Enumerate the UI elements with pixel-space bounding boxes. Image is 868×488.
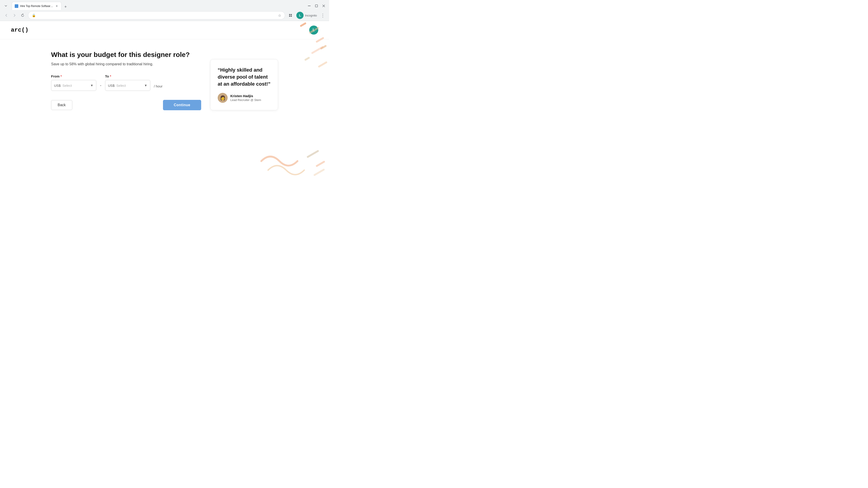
from-required-star: *: [61, 74, 62, 78]
button-row: Back Continue: [51, 100, 201, 110]
from-select-wrapper[interactable]: US$ Select ▼: [51, 80, 96, 91]
author-avatar: 👩: [218, 93, 228, 103]
svg-rect-13: [304, 57, 310, 61]
svg-rect-6: [289, 15, 290, 17]
budget-form: From * US$ Select ▼ -: [51, 74, 201, 91]
to-dropdown-arrow: ▼: [144, 84, 147, 87]
tab-title: Hire Top Remote Software Dev...: [20, 4, 53, 8]
svg-rect-4: [289, 14, 290, 15]
site-header: arc() L: [0, 21, 329, 39]
svg-rect-15: [307, 150, 319, 158]
testimonial-author: 👩 Kristen Hadjis Lead Recruiter @ Stem: [218, 93, 271, 103]
page-content: arc() L What is your budget for this des…: [0, 21, 329, 195]
user-avatar[interactable]: L: [309, 26, 318, 35]
back-nav-button[interactable]: [3, 12, 10, 19]
minimize-button[interactable]: [307, 3, 312, 8]
svg-rect-16: [315, 161, 325, 167]
svg-rect-1: [315, 5, 318, 7]
site-logo[interactable]: arc(): [11, 27, 29, 33]
tab-dropdown-button[interactable]: [3, 3, 9, 9]
per-hour-label: / hour: [154, 84, 162, 91]
from-dropdown-arrow: ▼: [90, 84, 93, 87]
range-separator: -: [100, 83, 101, 90]
page-heading: What is your budget for this designer ro…: [51, 50, 201, 59]
svg-rect-14: [318, 61, 328, 68]
browser-tabs: Hire Top Remote Software Dev... ✕ +: [12, 2, 69, 10]
back-button[interactable]: Back: [51, 100, 72, 110]
main-content: What is your budget for this designer ro…: [40, 39, 289, 121]
profile-button[interactable]: L: [296, 12, 304, 19]
tab-close-button[interactable]: ✕: [55, 4, 59, 8]
author-title: Lead Recruiter @ Stem: [230, 98, 261, 102]
from-field: From * US$ Select ▼: [51, 74, 96, 91]
testimonial-quote: “Highly skilled and diverse pool of tale…: [218, 67, 271, 88]
browser-titlebar: Hire Top Remote Software Dev... ✕ +: [0, 0, 329, 10]
author-info: Kristen Hadjis Lead Recruiter @ Stem: [230, 94, 261, 102]
tab-favicon: [15, 4, 18, 8]
url-input[interactable]: arc.dev/get-started/designer?step=budget…: [37, 13, 276, 17]
browser-menu-button[interactable]: ⋮: [319, 12, 327, 19]
window-controls: [307, 3, 327, 8]
active-tab[interactable]: Hire Top Remote Software Dev... ✕: [12, 2, 61, 10]
incognito-label: Incognito: [305, 14, 317, 17]
budget-row: From * US$ Select ▼ -: [51, 74, 201, 91]
browser-toolbar: 🔒 arc.dev/get-started/designer?step=budg…: [0, 10, 329, 21]
svg-rect-17: [313, 168, 325, 176]
new-tab-button[interactable]: +: [62, 4, 69, 10]
to-required-star: *: [110, 74, 111, 78]
form-section: What is your budget for this designer ro…: [51, 50, 201, 110]
to-select-wrapper[interactable]: US$ Select ▼: [105, 80, 150, 91]
from-currency-label: US$: [54, 84, 61, 88]
lock-icon: 🔒: [32, 13, 36, 17]
address-bar[interactable]: 🔒 arc.dev/get-started/designer?step=budg…: [28, 11, 285, 20]
extensions-button[interactable]: [287, 12, 294, 19]
toolbar-actions: L Incognito ⋮: [287, 12, 327, 19]
maximize-button[interactable]: [314, 3, 319, 8]
to-label: To *: [105, 74, 150, 78]
from-select-input[interactable]: Select: [62, 84, 90, 88]
from-label: From *: [51, 74, 96, 78]
bookmark-icon[interactable]: ☆: [278, 13, 281, 18]
testimonial-card: “Highly skilled and diverse pool of tale…: [210, 59, 278, 110]
close-button[interactable]: [321, 3, 327, 8]
svg-rect-5: [291, 14, 292, 15]
forward-nav-button[interactable]: [11, 12, 18, 19]
svg-rect-7: [291, 15, 292, 17]
to-select-input[interactable]: Select: [116, 84, 144, 88]
svg-rect-0: [308, 6, 311, 6]
refresh-button[interactable]: [19, 12, 26, 19]
svg-rect-12: [311, 46, 324, 54]
continue-button[interactable]: Continue: [163, 100, 201, 110]
to-field: To * US$ Select ▼: [105, 74, 150, 91]
to-currency-label: US$: [108, 84, 115, 88]
author-name: Kristen Hadjis: [230, 94, 261, 98]
svg-rect-11: [320, 45, 327, 50]
page-subtext: Save up to 58% with global hiring compar…: [51, 62, 201, 66]
